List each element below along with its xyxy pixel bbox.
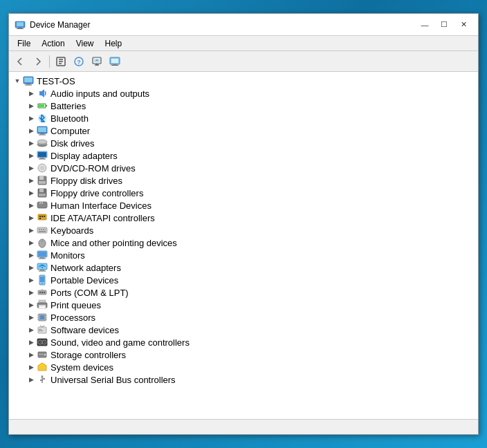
storage-icon	[37, 349, 48, 360]
tree-item-network[interactable]: Network adapters	[26, 261, 475, 274]
ports-icon	[37, 287, 48, 298]
monitors-expand-icon	[26, 250, 37, 261]
root-computer-icon	[23, 75, 34, 86]
menu-help[interactable]: Help	[100, 37, 128, 50]
svg-rect-56	[39, 229, 40, 230]
menu-action[interactable]: Action	[36, 37, 70, 50]
batteries-icon	[37, 100, 48, 111]
svg-rect-77	[39, 292, 41, 293]
computer-expand-icon	[26, 125, 37, 136]
window-controls: — ☐ ✕	[416, 18, 472, 32]
keyboards-label: Keyboards	[50, 226, 93, 235]
title-bar: Device Manager — ☐ ✕	[9, 14, 478, 36]
monitor-icon[interactable]	[107, 53, 123, 70]
floppy-icon	[37, 175, 48, 186]
audio-icon	[37, 88, 48, 99]
tree-item-software[interactable]: Software devices	[26, 324, 475, 336]
sound-icon	[37, 337, 48, 348]
tree-item-computer[interactable]: Computer	[26, 124, 475, 137]
tree-item-monitors[interactable]: Monitors	[26, 249, 475, 261]
svg-rect-36	[40, 158, 44, 159]
network-expand-icon	[26, 262, 37, 273]
portable-label: Portable Devices	[50, 276, 118, 285]
minimize-button[interactable]: —	[416, 18, 434, 32]
svg-rect-43	[39, 181, 46, 184]
svg-rect-1	[17, 22, 24, 26]
tree-item-print[interactable]: Print queues	[26, 299, 475, 311]
dvd-label: DVD/CD-ROM drives	[50, 164, 136, 173]
menu-view[interactable]: View	[71, 37, 100, 50]
storage-label: Storage controllers	[50, 351, 126, 360]
separator-1	[49, 55, 50, 68]
tree-item-processors[interactable]: Processors	[26, 311, 475, 324]
tree-item-audio[interactable]: Audio inputs and outputs	[26, 87, 475, 100]
tree-item-batteries[interactable]: Batteries	[26, 100, 475, 112]
svg-point-104	[44, 354, 46, 356]
tree-item-ports[interactable]: Ports (COM & LPT)	[26, 286, 475, 299]
svg-rect-46	[39, 194, 46, 196]
forward-button[interactable]	[30, 53, 46, 70]
tree-item-usb[interactable]: Universal Serial Bus controllers	[26, 373, 475, 386]
display-label: Display adapters	[50, 151, 118, 160]
floppy2-expand-icon	[26, 187, 37, 198]
svg-rect-83	[39, 305, 46, 308]
tree-item-storage[interactable]: Storage controllers	[26, 348, 475, 361]
tree-item-hid[interactable]: Human Interface Devices	[26, 199, 475, 212]
batteries-expand-icon	[26, 100, 37, 111]
tree-item-floppy2[interactable]: Floppy drive controllers	[26, 187, 475, 199]
processors-label: Processors	[50, 313, 95, 322]
svg-point-100	[39, 342, 41, 343]
svg-rect-93	[38, 327, 46, 333]
print-icon	[37, 299, 48, 310]
tree-item-portable[interactable]: Portable Devices	[26, 274, 475, 286]
disk-icon	[37, 138, 48, 149]
close-button[interactable]: ✕	[454, 18, 472, 32]
batteries-label: Batteries	[50, 102, 86, 111]
tree-item-system[interactable]: System devices	[26, 361, 475, 373]
software-icon	[37, 324, 48, 335]
ide-label: IDE ATA/ATAPI controllers	[50, 214, 155, 223]
tree-item-display[interactable]: Display adapters	[26, 149, 475, 162]
bluetooth-icon	[37, 113, 48, 124]
floppy-label: Floppy disk drives	[50, 176, 122, 185]
print-expand-icon	[26, 299, 37, 310]
tree-item-floppy[interactable]: Floppy disk drives	[26, 174, 475, 187]
bluetooth-label: Bluetooth	[50, 114, 89, 123]
floppy2-label: Floppy drive controllers	[50, 189, 143, 198]
svg-text:?: ?	[77, 59, 81, 66]
tree-item-sound[interactable]: Sound, video and game controllers	[26, 336, 475, 348]
maximize-button[interactable]: ☐	[435, 18, 453, 32]
scan-button[interactable]	[89, 53, 105, 70]
svg-rect-67	[39, 259, 46, 259]
app-icon	[15, 19, 26, 30]
svg-rect-20	[26, 84, 30, 85]
svg-rect-108	[40, 380, 43, 381]
portable-expand-icon	[26, 274, 37, 286]
svg-marker-107	[41, 375, 44, 377]
root-item[interactable]: TEST-OS	[12, 75, 475, 87]
tree-item-mice[interactable]: Mice and other pointing devices	[26, 236, 475, 249]
ports-expand-icon	[26, 287, 37, 298]
svg-rect-35	[38, 152, 46, 157]
menu-file[interactable]: File	[12, 37, 36, 50]
svg-marker-22	[39, 89, 44, 97]
svg-rect-25	[39, 104, 44, 107]
svg-rect-57	[41, 229, 42, 230]
tree-item-keyboards[interactable]: Keyboards	[26, 224, 475, 236]
tree-item-bluetooth[interactable]: Bluetooth	[26, 112, 475, 124]
svg-rect-45	[39, 189, 44, 192]
portable-icon	[37, 274, 48, 286]
back-button[interactable]	[12, 53, 28, 70]
svg-rect-78	[42, 292, 43, 293]
properties-button[interactable]	[53, 53, 69, 70]
main-window: Device Manager — ☐ ✕ File Action View He…	[8, 13, 479, 435]
audio-expand-icon	[26, 88, 37, 99]
tree-item-dvd[interactable]: DVD/CD-ROM drives	[26, 162, 475, 174]
help-button[interactable]: ?	[71, 53, 87, 70]
tree-item-ide[interactable]: IDE ATA/ATAPI controllers	[26, 212, 475, 224]
processors-icon	[37, 312, 48, 323]
tree-item-disk[interactable]: Disk drives	[26, 137, 475, 149]
svg-rect-65	[38, 252, 46, 256]
svg-rect-3	[17, 28, 24, 29]
content-area[interactable]: TEST-OS Audio inputs and outputs	[9, 72, 478, 419]
